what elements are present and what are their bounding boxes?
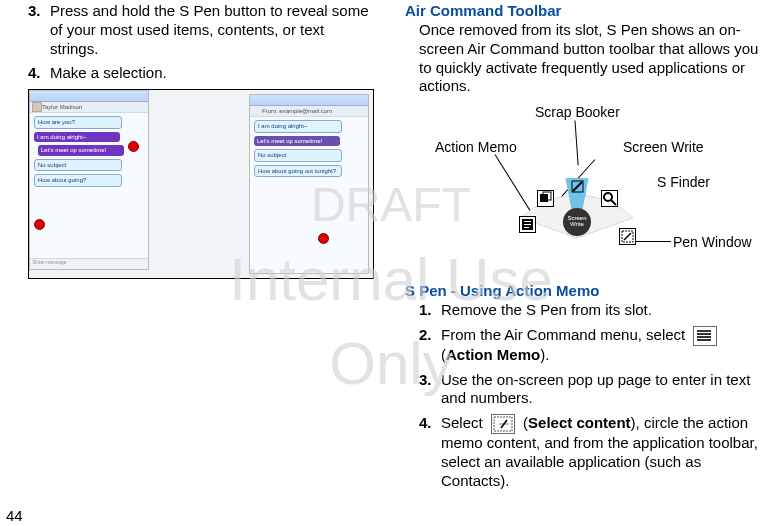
page-number: 44 (6, 507, 23, 524)
label-pen-window: Pen Window (673, 234, 752, 250)
phone-left: Taylor Madison How are you? I am doing a… (29, 90, 149, 270)
pen-window-icon (619, 228, 636, 245)
screen-write-icon (569, 178, 586, 195)
heading-air-command: Air Command Toolbar (405, 2, 765, 19)
step-text: Remove the S Pen from its slot. (441, 301, 765, 320)
svg-rect-4 (540, 194, 548, 202)
step-number: 3. (28, 2, 50, 58)
air-command-fan: Screen Write (521, 178, 633, 236)
s-finder-icon (601, 190, 618, 207)
select-content-inline-icon (491, 414, 515, 434)
chat-bubble: How about going? (34, 174, 122, 187)
left-step-3: 3. Press and hold the S Pen button to re… (28, 2, 374, 58)
chat-bubble: How about going out tonight? (254, 165, 342, 178)
step-text: From the Air Command menu, select (Actio… (441, 326, 765, 365)
spen-handle-icon (128, 141, 139, 152)
right-step-3: 3. Use the on-screen pop up page to ente… (419, 371, 765, 409)
chat-bubble: Let's meet up sometime! (254, 136, 340, 147)
heading-action-memo: S Pen - Using Action Memo (405, 282, 765, 299)
phone-right: From: example@mail.com I am doing alrigh… (249, 94, 369, 274)
contact-name: Taylor Madison (42, 104, 82, 110)
right-step-2: 2. From the Air Command menu, select (Ac… (419, 326, 765, 365)
compose-header: From: example@mail.com (250, 106, 368, 117)
input-placeholder: Enter message (30, 258, 148, 269)
chat-bubble: How are you? (34, 116, 122, 129)
right-step-1: 1. Remove the S Pen from its slot. (419, 301, 765, 320)
text-fragment: From the Air Command menu, select (441, 326, 689, 343)
label-screen-write: Screen Write (623, 139, 704, 155)
chat-bubble: I am doing alright~ (34, 132, 120, 143)
label-scrap-booker: Scrap Booker (535, 104, 620, 120)
chat-bubble: I am doing alright~ (254, 120, 342, 133)
text-fragment: Select (441, 414, 487, 431)
step-number: 1. (419, 301, 441, 320)
chat-bubble: No subject (34, 159, 122, 172)
svg-rect-2 (524, 224, 531, 225)
chat-bubble: No subject (254, 149, 342, 162)
label-s-finder: S Finder (657, 174, 710, 190)
svg-rect-3 (524, 227, 529, 228)
step-text: Make a selection. (50, 64, 374, 83)
scrap-booker-icon (537, 190, 554, 207)
chat-bubble: Let's meet up sometime! (38, 145, 124, 156)
bold-term: Select content (528, 414, 631, 431)
step-number: 4. (419, 414, 441, 490)
step-text: Press and hold the S Pen button to revea… (50, 2, 374, 58)
right-column: Air Command Toolbar Once removed from it… (405, 0, 765, 496)
step-number: 4. (28, 64, 50, 83)
step-number: 3. (419, 371, 441, 409)
left-column: 3. Press and hold the S Pen button to re… (14, 0, 374, 279)
right-step-4: 4. Select (Select content), circle the a… (419, 414, 765, 490)
step-text: Use the on-screen pop up page to enter i… (441, 371, 765, 409)
svg-line-8 (611, 200, 616, 205)
action-memo-inline-icon (693, 326, 717, 346)
step-text: Select (Select content), circle the acti… (441, 414, 765, 490)
spen-handle-icon (318, 233, 329, 244)
action-memo-icon (519, 216, 536, 233)
air-command-hub: Screen Write (563, 208, 591, 236)
left-step-4: 4. Make a selection. (28, 64, 374, 83)
svg-rect-1 (524, 221, 531, 222)
label-action-memo: Action Memo (435, 139, 517, 155)
spen-handle-icon (34, 219, 45, 230)
step-number: 2. (419, 326, 441, 365)
bold-term: Action Memo (446, 346, 540, 363)
air-command-diagram: Scrap Booker Action Memo Screen Write S … (435, 104, 735, 274)
text-fragment: ). (540, 346, 549, 363)
spen-selection-screenshot: Taylor Madison How are you? I am doing a… (28, 89, 374, 279)
air-command-paragraph: Once removed from its slot, S Pen shows … (419, 21, 765, 96)
svg-point-7 (604, 193, 612, 201)
